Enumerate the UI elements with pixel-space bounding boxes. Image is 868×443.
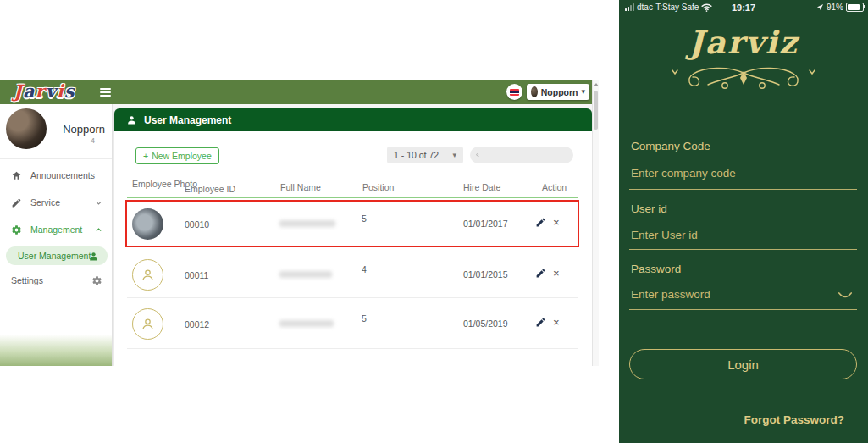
field-underline	[629, 189, 857, 190]
person-icon	[140, 267, 156, 283]
person-icon	[140, 316, 156, 332]
delete-x-icon[interactable]: ×	[553, 268, 560, 279]
edit-pencil-icon[interactable]	[535, 268, 546, 279]
admin-web-app: Jarvis Nopporn ▾ Nopporn 4 Announcements	[0, 80, 599, 366]
edit-pencil-icon[interactable]	[535, 317, 546, 328]
chevron-down-icon: ▾	[581, 88, 585, 96]
chevron-up-icon	[95, 226, 102, 234]
hire-date-cell: 01/01/2015	[463, 269, 508, 280]
column-header: Hire Date	[463, 182, 500, 192]
sidebar: Nopporn 4 Announcements Service Manageme…	[0, 104, 113, 366]
column-header: Employee ID	[185, 184, 235, 194]
profile-photo-avatar[interactable]	[6, 108, 47, 149]
chevron-down-icon: ▾	[452, 152, 456, 159]
jarvis-logo: Jarvis	[14, 80, 75, 102]
profile-name: Nopporn	[53, 123, 105, 136]
chevron-down-icon	[95, 199, 102, 207]
sidebar-item-announcements[interactable]: Announcements	[0, 165, 113, 186]
hire-date-cell: 01/05/2019	[463, 318, 508, 329]
row-divider	[127, 297, 578, 298]
page-title-bar: User Management	[114, 108, 592, 131]
user-id-label: User id	[631, 202, 667, 215]
sidebar-bottom-gradient	[0, 335, 112, 366]
user-menu-name: Nopporn	[541, 87, 578, 97]
sidebar-item-service[interactable]: Service	[0, 192, 113, 213]
pagination-select[interactable]: 1 - 10 of 72 ▾	[387, 147, 463, 163]
employee-id-cell: 00011	[185, 270, 208, 280]
full-name-blurred	[279, 320, 334, 327]
profile-count: 4	[53, 136, 95, 145]
flourish-ornament-icon	[667, 63, 820, 95]
placeholder-person-avatar	[132, 259, 163, 291]
full-name-blurred	[279, 271, 332, 278]
gear-icon	[91, 275, 102, 286]
company-code-label: Company Code	[631, 140, 710, 152]
row-divider	[127, 348, 578, 349]
gear-icon	[11, 224, 22, 235]
scrollbar-thumb[interactable]	[594, 91, 598, 130]
column-header: Position	[362, 182, 394, 192]
highlight-annotation-rectangle	[125, 200, 579, 247]
user-id-input[interactable]	[631, 229, 843, 241]
battery-icon	[846, 3, 864, 12]
login-button[interactable]: Login	[629, 349, 857, 379]
flourish-leaf	[740, 71, 747, 85]
language-button[interactable]	[506, 84, 522, 100]
password-label: Password	[631, 263, 681, 275]
admin-navbar: Jarvis Nopporn ▾	[0, 80, 599, 104]
delete-x-icon[interactable]: ×	[553, 317, 560, 328]
user-table-card: + New Employee 1 - 10 of 72 ▾ Employee P…	[114, 131, 592, 366]
language-flag-icon	[510, 89, 519, 96]
scroll-up-arrow-icon[interactable]	[594, 83, 599, 86]
screenshot-stage: Jarvis Nopporn ▾ Nopporn 4 Announcements	[0, 0, 868, 443]
vertical-scrollbar[interactable]	[592, 80, 599, 366]
show-password-eye-icon[interactable]	[838, 292, 853, 300]
employee-id-cell: 00012	[185, 319, 209, 329]
divider	[0, 158, 112, 159]
mobile-login-app: dtac-T:Stay Safe 19:17 91% Jarviz	[619, 0, 868, 443]
search-box[interactable]	[470, 147, 573, 163]
home-icon	[11, 170, 22, 181]
battery-percent: 91%	[827, 3, 843, 12]
hamburger-menu-icon[interactable]	[100, 88, 111, 97]
location-arrow-icon	[816, 3, 824, 11]
column-header: Action	[542, 182, 567, 192]
user-avatar	[531, 86, 538, 97]
column-header: Full Name	[280, 182, 321, 192]
user-menu-button[interactable]: Nopporn ▾	[527, 84, 589, 100]
status-bar: dtac-T:Stay Safe 19:17 91%	[619, 2, 868, 15]
placeholder-person-avatar	[132, 308, 163, 340]
new-employee-button[interactable]: + New Employee	[135, 147, 219, 164]
sidebar-item-settings[interactable]: Settings	[0, 270, 113, 291]
sidebar-item-user-management-active[interactable]: User Management	[6, 246, 108, 265]
person-icon	[88, 251, 99, 262]
field-underline	[629, 249, 857, 250]
page-title: User Management	[144, 114, 231, 126]
sidebar-item-management[interactable]: Management	[0, 219, 113, 240]
company-code-input[interactable]	[631, 167, 843, 180]
password-input[interactable]	[631, 288, 832, 301]
jarviz-logo: Jarviz	[619, 24, 868, 61]
pencil-icon	[11, 197, 22, 208]
position-cell: 5	[362, 313, 367, 324]
search-input[interactable]	[484, 149, 567, 161]
field-underline	[629, 309, 857, 310]
person-icon	[126, 114, 137, 125]
plus-icon: +	[143, 151, 148, 161]
header-underline	[127, 197, 578, 198]
search-icon	[476, 151, 479, 159]
position-cell: 4	[362, 264, 367, 274]
forgot-password-link[interactable]: Forgot Password?	[744, 413, 844, 426]
